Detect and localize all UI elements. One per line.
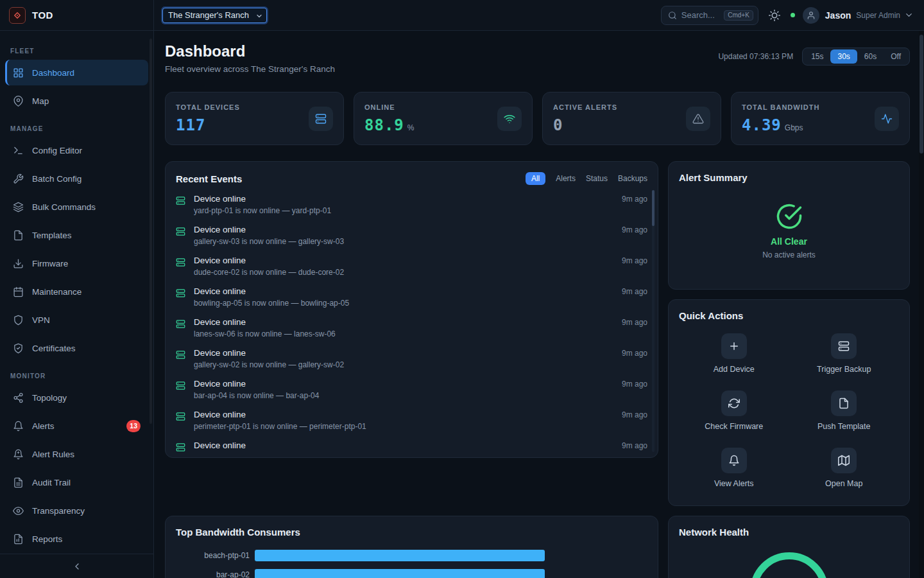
search-shortcut-badge: Cmd+K — [724, 10, 753, 21]
sidebar-item-templates[interactable]: Templates — [5, 222, 148, 248]
quick-action-label: View Alerts — [714, 479, 754, 488]
server-icon — [309, 107, 333, 131]
quick-action-label: Trigger Backup — [817, 365, 871, 374]
brand-area: TOD — [0, 0, 154, 31]
sidebar-item-alerts[interactable]: Alerts 13 — [5, 413, 148, 439]
map-icon — [831, 448, 857, 473]
sidebar-collapse-button[interactable] — [0, 554, 153, 578]
events-scrollbar-thumb[interactable] — [652, 190, 654, 226]
sidebar-item-maintenance[interactable]: Maintenance — [5, 279, 148, 304]
sidebar-item-certificates[interactable]: Certificates — [5, 335, 148, 361]
event-detail: yard-ptp-01 is now online — yard-ptp-01 — [194, 206, 622, 215]
stat-unit: % — [407, 123, 415, 132]
event-row[interactable]: Device online gallery-sw-03 is now onlin… — [176, 225, 647, 256]
refresh-interval-selector: 15s 30s 60s Off — [802, 48, 910, 66]
bandwidth-row: bar-ap-02 — [176, 569, 647, 578]
sidebar-item-dashboard[interactable]: Dashboard — [5, 60, 148, 85]
sidebar-item-firmware[interactable]: Firmware — [5, 250, 148, 276]
refresh-option-off[interactable]: Off — [884, 49, 908, 64]
sidebar-item-transparency[interactable]: Transparency — [5, 498, 148, 523]
sidebar-item-batch-config[interactable]: Batch Config — [5, 166, 148, 191]
event-detail: lanes-sw-06 is now online — lanes-sw-06 — [194, 329, 622, 338]
sidebar-item-audit-trail[interactable]: Audit Trail — [5, 469, 148, 495]
event-row[interactable]: Device online dude-core-02 is now online… — [176, 256, 647, 286]
quick-action-check-firmware[interactable]: Check Firmware — [705, 390, 763, 431]
quick-action-push-template[interactable]: Push Template — [817, 390, 870, 431]
sidebar: FLEET Dashboard Map MANAGE Config Editor… — [0, 31, 154, 578]
search-icon — [668, 11, 677, 20]
user-role: Super Admin — [856, 11, 900, 20]
refresh-option-60s[interactable]: 60s — [857, 49, 884, 64]
recent-events-title: Recent Events — [176, 173, 242, 184]
quick-action-view-alerts[interactable]: View Alerts — [714, 448, 754, 488]
tab-all[interactable]: All — [526, 172, 545, 185]
event-row[interactable]: Device online bar-ap-04 is now online — … — [176, 379, 647, 410]
search-input[interactable]: Cmd+K — [661, 6, 758, 25]
event-row[interactable]: Device online perimeter-ptp-01 is now on… — [176, 410, 647, 441]
event-row[interactable]: Device online yard-ptp-01 is now online … — [176, 194, 647, 225]
event-title: Device online — [194, 348, 622, 358]
tab-backups[interactable]: Backups — [618, 174, 647, 183]
refresh-option-15s[interactable]: 15s — [804, 49, 830, 64]
grid-icon — [13, 67, 24, 78]
activity-icon — [875, 107, 899, 131]
event-row[interactable]: Device online gallery-sw-02 is now onlin… — [176, 348, 647, 379]
stat-value: 4.39 — [742, 116, 782, 134]
quick-action-add-device[interactable]: Add Device — [714, 333, 755, 374]
page-scrollbar-thumb[interactable] — [920, 35, 923, 153]
stat-card-total-bandwidth: TOTAL BANDWIDTH 4.39Gbps — [731, 92, 910, 145]
stat-value: 88.9 — [364, 116, 404, 134]
quick-action-open-map[interactable]: Open Map — [825, 448, 862, 488]
site-select-control[interactable]: The Stranger's Ranch — [162, 8, 267, 23]
event-title: Device online — [194, 225, 622, 234]
sidebar-item-alert-rules[interactable]: Alert Rules — [5, 441, 148, 467]
sidebar-item-label: Reports — [32, 534, 62, 544]
theme-toggle-button[interactable] — [769, 10, 780, 21]
event-time: 9m ago — [622, 441, 647, 450]
bell-icon — [721, 448, 747, 473]
quick-action-label: Check Firmware — [705, 422, 763, 431]
bandwidth-bar — [255, 569, 545, 578]
bandwidth-title: Top Bandwidth Consumers — [176, 527, 300, 538]
event-time: 9m ago — [622, 256, 647, 265]
stat-label: ONLINE — [364, 103, 414, 111]
stat-label: TOTAL DEVICES — [176, 103, 240, 111]
event-detail: gallery-sw-03 is now online — gallery-sw… — [194, 237, 622, 246]
sidebar-item-label: Alerts — [32, 421, 55, 431]
search-field[interactable] — [681, 10, 719, 20]
report-chart-icon — [13, 534, 24, 545]
event-time: 9m ago — [622, 410, 647, 419]
sidebar-item-label: Topology — [32, 393, 67, 403]
event-row[interactable]: Device online lanes-sw-06 is now online … — [176, 317, 647, 348]
site-selector[interactable]: The Stranger's Ranch — [162, 8, 267, 23]
quick-action-label: Push Template — [817, 422, 870, 431]
tab-status[interactable]: Status — [586, 174, 608, 183]
user-avatar[interactable] — [803, 7, 819, 24]
refresh-icon — [721, 390, 747, 416]
event-detail: bowling-ap-05 is now online — bowling-ap… — [194, 299, 622, 308]
sidebar-item-label: Maintenance — [32, 287, 81, 297]
quick-action-trigger-backup[interactable]: Trigger Backup — [817, 333, 871, 374]
sidebar-item-reports[interactable]: Reports — [5, 526, 148, 552]
sidebar-item-vpn[interactable]: VPN — [5, 307, 148, 333]
event-title: Device online — [194, 286, 622, 296]
sidebar-item-config-editor[interactable]: Config Editor — [5, 137, 148, 163]
sidebar-scrollbar[interactable] — [150, 39, 152, 424]
device-server-icon — [176, 288, 185, 298]
refresh-option-30s[interactable]: 30s — [830, 49, 857, 64]
device-server-icon — [176, 381, 185, 390]
tab-alerts[interactable]: Alerts — [556, 174, 576, 183]
wifi-icon — [497, 107, 522, 131]
event-time: 9m ago — [622, 349, 647, 358]
event-time: 9m ago — [622, 380, 647, 389]
brand-name: TOD — [32, 10, 53, 21]
file-icon — [831, 390, 857, 416]
event-row[interactable]: Device online 9m ago — [176, 441, 647, 458]
sidebar-item-topology[interactable]: Topology — [5, 385, 148, 410]
event-title: Device online — [194, 256, 622, 265]
event-row[interactable]: Device online bowling-ap-05 is now onlin… — [176, 286, 647, 317]
user-menu-chevron-icon[interactable] — [904, 10, 914, 20]
alert-triangle-icon — [686, 107, 710, 131]
sidebar-item-bulk-commands[interactable]: Bulk Commands — [5, 194, 148, 220]
sidebar-item-map[interactable]: Map — [5, 88, 148, 114]
